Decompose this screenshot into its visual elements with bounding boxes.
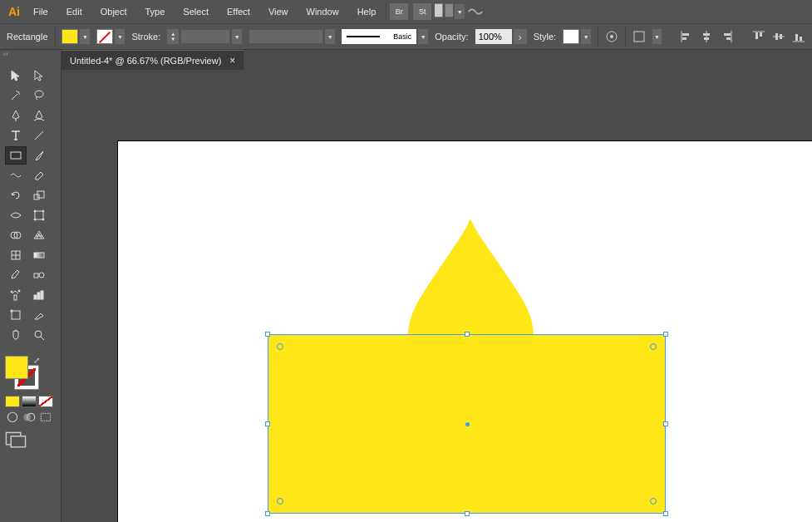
draw-inside-icon[interactable] bbox=[38, 411, 53, 422]
color-mode-solid[interactable] bbox=[5, 396, 20, 407]
curvature-tool[interactable] bbox=[28, 106, 50, 125]
mesh-tool[interactable] bbox=[5, 246, 27, 264]
eyedropper-tool[interactable] bbox=[5, 266, 27, 284]
close-tab-icon[interactable]: × bbox=[229, 55, 235, 66]
column-graph-tool[interactable] bbox=[28, 286, 50, 304]
svg-rect-19 bbox=[780, 34, 782, 39]
stroke-dropdown[interactable] bbox=[115, 29, 125, 44]
draw-normal-icon[interactable] bbox=[5, 411, 20, 422]
menu-help[interactable]: Help bbox=[349, 3, 385, 20]
scale-tool[interactable] bbox=[28, 186, 50, 204]
line-tool[interactable] bbox=[28, 126, 50, 145]
menu-window[interactable]: Window bbox=[298, 3, 347, 20]
align-to-icon[interactable] bbox=[632, 29, 646, 44]
menu-edit[interactable]: Edit bbox=[58, 3, 91, 20]
document-tab-bar: Untitled-4* @ 66.67% (RGB/Preview) × bbox=[62, 50, 812, 70]
variable-width-profile[interactable] bbox=[249, 29, 323, 44]
width-tool[interactable] bbox=[5, 206, 27, 224]
svg-rect-0 bbox=[435, 4, 442, 17]
brush-dropdown[interactable] bbox=[418, 29, 428, 44]
svg-rect-4 bbox=[634, 32, 644, 42]
hand-tool[interactable] bbox=[5, 326, 27, 344]
paintbrush-tool[interactable] bbox=[28, 146, 50, 165]
pen-tool[interactable] bbox=[5, 106, 27, 125]
bridge-icon[interactable]: Br bbox=[390, 3, 408, 20]
fill-box[interactable] bbox=[5, 356, 28, 379]
recolor-icon[interactable] bbox=[605, 29, 618, 44]
direct-selection-tool[interactable] bbox=[28, 66, 50, 85]
menu-file[interactable]: File bbox=[25, 3, 57, 20]
svg-point-52 bbox=[7, 412, 17, 421]
stroke-weight-stepper[interactable]: ▲▼ bbox=[167, 29, 179, 44]
fill-dropdown[interactable] bbox=[80, 29, 90, 44]
opacity-input[interactable]: 100% bbox=[475, 29, 512, 44]
menu-select[interactable]: Select bbox=[175, 3, 217, 20]
svg-rect-47 bbox=[12, 311, 20, 319]
fill-stroke-control[interactable]: ⤢ bbox=[5, 356, 38, 389]
draw-behind-icon[interactable] bbox=[22, 411, 37, 422]
align-top-icon[interactable] bbox=[752, 29, 765, 44]
screen-mode-icon[interactable] bbox=[5, 432, 27, 447]
svg-point-43 bbox=[18, 290, 20, 292]
document-tab[interactable]: Untitled-4* @ 66.67% (RGB/Preview) × bbox=[62, 50, 244, 70]
gradient-tool[interactable] bbox=[28, 246, 50, 264]
stroke-weight-input[interactable] bbox=[180, 29, 230, 44]
svg-point-3 bbox=[610, 35, 613, 38]
color-mode-none[interactable] bbox=[38, 396, 53, 407]
gpu-icon[interactable] bbox=[466, 3, 485, 20]
slice-tool[interactable] bbox=[28, 306, 50, 324]
svg-rect-16 bbox=[760, 32, 762, 37]
perspective-grid-tool[interactable] bbox=[28, 226, 50, 244]
svg-rect-44 bbox=[34, 295, 37, 299]
svg-rect-57 bbox=[11, 436, 25, 447]
shape-builder-tool[interactable] bbox=[5, 226, 27, 244]
align-bottom-icon[interactable] bbox=[792, 29, 805, 44]
swap-fill-stroke-icon[interactable]: ⤢ bbox=[33, 356, 40, 365]
rotate-tool[interactable] bbox=[5, 186, 27, 204]
selection-tool[interactable] bbox=[5, 66, 27, 85]
align-to-dropdown[interactable] bbox=[652, 29, 662, 44]
arrange-dropdown[interactable] bbox=[455, 4, 465, 19]
svg-line-51 bbox=[41, 337, 44, 340]
stroke-swatch[interactable] bbox=[96, 29, 113, 44]
arrange-documents-icon[interactable] bbox=[435, 3, 453, 20]
stroke-weight-dropdown[interactable] bbox=[232, 29, 242, 44]
rectangle-object[interactable] bbox=[268, 334, 666, 514]
opacity-flyout[interactable] bbox=[514, 29, 527, 44]
svg-rect-9 bbox=[703, 33, 710, 36]
lasso-tool[interactable] bbox=[28, 86, 50, 105]
artboard-tool[interactable] bbox=[5, 306, 27, 324]
type-tool[interactable] bbox=[5, 126, 27, 145]
brush-definition[interactable]: Basic bbox=[342, 29, 416, 44]
free-transform-tool[interactable] bbox=[28, 206, 50, 224]
menu-effect[interactable]: Effect bbox=[219, 3, 258, 20]
svg-rect-46 bbox=[41, 291, 43, 299]
graphic-style-dropdown[interactable] bbox=[581, 29, 591, 44]
svg-rect-39 bbox=[34, 273, 38, 278]
svg-rect-12 bbox=[724, 33, 731, 36]
symbol-sprayer-tool[interactable] bbox=[5, 286, 27, 304]
artboard[interactable] bbox=[117, 140, 812, 522]
variable-width-dropdown[interactable] bbox=[325, 29, 335, 44]
rectangle-tool[interactable] bbox=[5, 146, 27, 165]
shaper-tool[interactable] bbox=[5, 166, 27, 185]
svg-rect-41 bbox=[14, 295, 17, 300]
align-left-icon[interactable] bbox=[680, 29, 693, 44]
panel-collapse-icon[interactable]: ‹‹ bbox=[0, 50, 61, 62]
menu-view[interactable]: View bbox=[260, 3, 297, 20]
menu-object[interactable]: Object bbox=[92, 3, 135, 20]
eraser-tool[interactable] bbox=[28, 166, 50, 185]
align-vcenter-icon[interactable] bbox=[772, 29, 785, 44]
color-mode-gradient[interactable] bbox=[22, 396, 37, 407]
svg-point-29 bbox=[34, 210, 36, 212]
graphic-style-swatch[interactable] bbox=[563, 29, 579, 44]
zoom-tool[interactable] bbox=[28, 326, 50, 344]
stock-icon[interactable]: St bbox=[413, 3, 431, 20]
blend-tool[interactable] bbox=[28, 266, 50, 284]
align-right-icon[interactable] bbox=[720, 29, 733, 44]
workspace[interactable] bbox=[62, 70, 812, 522]
menu-type[interactable]: Type bbox=[137, 3, 174, 20]
fill-swatch[interactable] bbox=[62, 29, 78, 44]
magic-wand-tool[interactable] bbox=[5, 86, 27, 105]
align-hcenter-icon[interactable] bbox=[700, 29, 713, 44]
